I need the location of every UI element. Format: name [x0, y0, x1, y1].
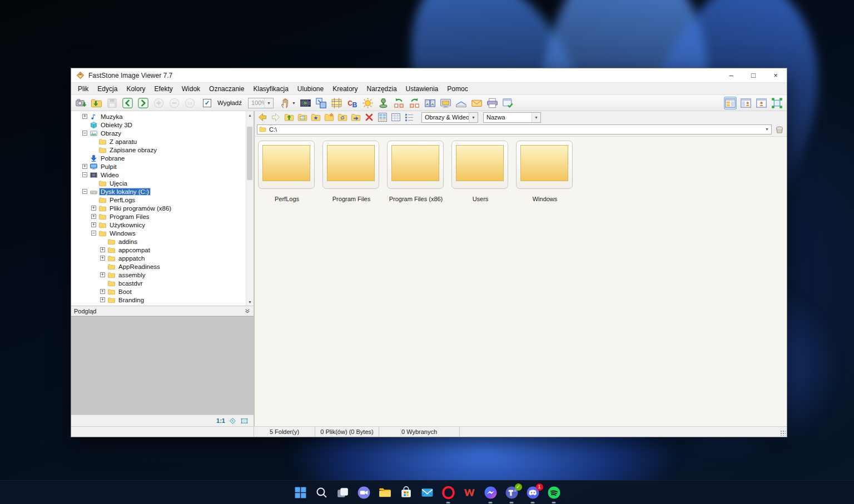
detail-view-button[interactable] — [391, 112, 401, 122]
chat-button[interactable] — [357, 486, 371, 500]
expand-icon[interactable]: + — [100, 256, 105, 261]
tree-scrollbar[interactable]: ▲ ▼ — [246, 111, 254, 306]
tree-item-windows[interactable]: −Windows — [71, 229, 254, 237]
scroll-up-icon[interactable]: ▲ — [246, 111, 254, 119]
expand-icon[interactable]: + — [91, 206, 96, 211]
menu-narz-dzia[interactable]: Narzędzia — [363, 84, 401, 94]
folder-card-windows[interactable]: Windows — [516, 141, 574, 202]
favorite-folders-button[interactable] — [311, 112, 321, 122]
chevron-down-icon[interactable]: ▼ — [532, 113, 540, 122]
expand-icon[interactable]: + — [91, 222, 96, 227]
start-button[interactable] — [294, 486, 307, 500]
tree-item-wideo[interactable]: −Wideo — [71, 171, 254, 179]
wps-office-button[interactable] — [463, 486, 476, 500]
microsoft-store-button[interactable] — [399, 486, 413, 500]
tree-item-pulpit[interactable]: +Pulpit — [71, 162, 254, 171]
sort-combobox[interactable]: Nazwa ▼ — [483, 112, 541, 123]
folder-card-perflogs[interactable]: PerfLogs — [258, 141, 316, 202]
adjust-lighting-button[interactable] — [362, 97, 374, 109]
spotify-button[interactable] — [547, 486, 561, 500]
menu-pomoc[interactable]: Pomoc — [443, 84, 472, 94]
collapse-icon[interactable]: − — [82, 189, 87, 194]
menu-widok[interactable]: Widok — [177, 84, 205, 94]
delete-button[interactable] — [364, 112, 374, 122]
expand-icon[interactable]: + — [82, 114, 87, 119]
collapse-icon[interactable]: − — [82, 172, 87, 177]
maximize-button[interactable]: □ — [742, 68, 764, 82]
move-to-folder-button[interactable] — [351, 112, 361, 122]
zoom-combobox[interactable]: 100% ▼ — [248, 98, 274, 108]
menu-edycja[interactable]: Edycja — [93, 84, 122, 94]
goto-folder-button[interactable] — [297, 112, 307, 122]
rotate-left-button[interactable] — [393, 97, 405, 109]
opera-button[interactable] — [441, 486, 455, 500]
tree-item-dysk-lokalny-c[interactable]: −Dysk lokalny (C:) — [71, 187, 254, 196]
lock-frame-icon[interactable] — [240, 417, 249, 425]
screen-capture-button[interactable] — [440, 97, 451, 109]
layout-preview-button[interactable] — [740, 97, 752, 109]
email-button[interactable] — [471, 97, 483, 109]
compare-images-button[interactable] — [424, 97, 436, 109]
menu-kolory[interactable]: Kolory — [122, 84, 150, 94]
title-bar[interactable]: FastStone Image Viewer 7.7 – □ × — [71, 68, 787, 82]
preview-header[interactable]: Podgląd — [71, 306, 254, 316]
rotate-right-button[interactable] — [409, 97, 420, 109]
batch-convert-button[interactable]: CB — [346, 97, 358, 109]
chevron-down-icon[interactable]: ▼ — [469, 113, 478, 122]
tree-item-u-ytkownicy[interactable]: +Użytkownicy — [71, 221, 254, 229]
fullscreen-button[interactable] — [771, 97, 783, 109]
forward-button[interactable] — [271, 112, 281, 122]
menu-oznaczanie[interactable]: Oznaczanie — [205, 84, 249, 94]
scroll-down-icon[interactable]: ▼ — [246, 298, 254, 306]
discord-button[interactable]: 1 — [526, 486, 540, 500]
layout-browser-button[interactable] — [724, 97, 736, 109]
chevron-down-icon[interactable]: ▼ — [763, 125, 771, 134]
zoom-out-button[interactable] — [168, 97, 180, 109]
expand-icon[interactable]: + — [100, 272, 105, 277]
scan-button[interactable] — [455, 97, 467, 109]
back-button[interactable] — [257, 112, 267, 122]
tree-item-program-files[interactable]: +Program Files — [71, 212, 254, 221]
expand-icon[interactable]: + — [91, 214, 96, 219]
expand-icon[interactable]: + — [82, 164, 87, 169]
print-button[interactable] — [486, 97, 498, 109]
settings-button[interactable] — [502, 97, 514, 109]
chevron-down-icon[interactable]: ▼ — [264, 98, 273, 108]
folder-card-users[interactable]: Users — [451, 141, 509, 202]
save-button[interactable] — [106, 97, 118, 109]
search-button[interactable] — [315, 486, 329, 500]
menu-plik[interactable]: Plik — [73, 84, 93, 94]
actual-size-button[interactable]: 1:1 — [184, 97, 196, 109]
clone-stamp-button[interactable] — [378, 97, 389, 109]
file-explorer-button[interactable] — [378, 486, 392, 500]
minimize-button[interactable]: – — [720, 68, 742, 82]
expand-icon[interactable]: + — [100, 247, 105, 252]
menu-kreatory[interactable]: Kreatory — [328, 84, 362, 94]
next-image-button[interactable] — [137, 97, 149, 109]
tree-item-obrazy[interactable]: −Obrazy — [71, 129, 254, 137]
acquire-photos-button[interactable] — [75, 97, 87, 109]
previous-image-button[interactable] — [122, 97, 133, 109]
open-file-button[interactable] — [91, 97, 102, 109]
collapse-icon[interactable]: − — [91, 231, 96, 236]
crop-button[interactable] — [331, 97, 342, 109]
zoom-in-button[interactable] — [153, 97, 165, 109]
up-one-level-button[interactable] — [284, 112, 294, 122]
tree-item-pliki-program-w-x86[interactable]: +Pliki programów (x86) — [71, 204, 254, 212]
collapse-chevron-icon[interactable] — [244, 308, 251, 315]
resize-button[interactable] — [315, 97, 327, 109]
tree-item-boot[interactable]: +Boot — [71, 287, 254, 296]
menu-efekty[interactable]: Efekty — [150, 84, 177, 94]
task-view-button[interactable] — [336, 486, 350, 500]
messenger-button[interactable] — [484, 486, 498, 500]
tree-item-branding[interactable]: +Branding — [71, 296, 254, 304]
menu-klasyfikacja[interactable]: Klasyfikacja — [249, 84, 292, 94]
expand-icon[interactable]: + — [100, 297, 105, 302]
tree-item-z-aparatu[interactable]: Z aparatu — [71, 137, 254, 146]
chevron-down-icon[interactable]: ▼ — [292, 101, 296, 105]
slideshow-button[interactable] — [300, 97, 311, 109]
fit-to-window-icon[interactable] — [229, 417, 237, 425]
expand-icon[interactable]: + — [100, 289, 105, 294]
tree-item-uj-cia[interactable]: Ujęcia — [71, 179, 254, 187]
menu-ulubione[interactable]: Ulubione — [293, 84, 328, 94]
